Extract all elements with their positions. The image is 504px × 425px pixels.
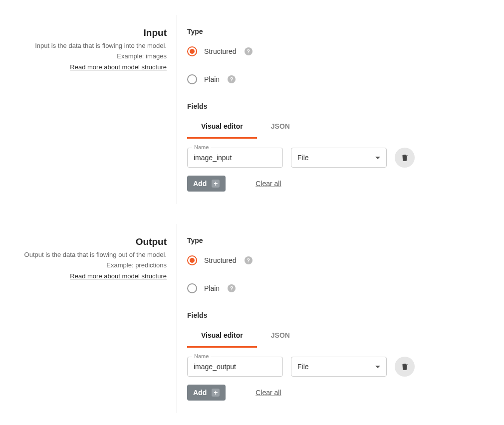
tab-json[interactable]: JSON (257, 115, 304, 139)
tab-visual-editor[interactable]: Visual editor (187, 115, 257, 139)
input-radio-plain[interactable]: Plain ? (187, 74, 494, 84)
radio-icon (187, 46, 197, 56)
input-tabs: Visual editor JSON (187, 115, 494, 139)
trash-icon (400, 153, 409, 162)
clear-all-link[interactable]: Clear all (255, 180, 281, 188)
input-description: Input is the data that is flowing into t… (10, 41, 167, 51)
plus-icon: + (212, 389, 220, 397)
input-type-select[interactable]: File (291, 148, 387, 168)
delete-field-button[interactable] (395, 148, 415, 168)
tab-visual-editor[interactable]: Visual editor (187, 324, 257, 348)
add-field-button[interactable]: Add + (187, 385, 226, 401)
trash-icon (400, 362, 409, 371)
radio-label-plain: Plain (204, 75, 220, 83)
output-fields-label: Fields (187, 311, 494, 319)
radio-icon (187, 74, 197, 84)
output-readmore-link[interactable]: Read more about model structure (70, 272, 167, 280)
input-action-row: Add + Clear all (187, 176, 494, 192)
input-type-value: File (297, 154, 309, 162)
input-radio-structured[interactable]: Structured ? (187, 46, 494, 56)
input-name-field[interactable] (187, 148, 283, 168)
output-example: Example: predictions (10, 261, 167, 270)
input-readmore-link[interactable]: Read more about model structure (70, 63, 167, 71)
add-label: Add (193, 389, 207, 397)
output-radio-plain[interactable]: Plain ? (187, 283, 494, 293)
output-type-select[interactable]: File (291, 357, 387, 377)
output-action-row: Add + Clear all (187, 385, 494, 401)
output-name-field-wrap: Name (187, 357, 283, 377)
radio-icon (187, 255, 197, 265)
input-sidebar: Input Input is the data that is flowing … (10, 15, 177, 204)
help-icon[interactable]: ? (228, 284, 236, 292)
input-form: Type Structured ? Plain ? Fields Visual … (177, 15, 494, 204)
output-sidebar: Output Output is the data that is flowin… (10, 224, 177, 413)
input-type-label: Type (187, 27, 494, 35)
output-description: Output is the data that is flowing out o… (10, 250, 167, 260)
output-type-label: Type (187, 236, 494, 244)
help-icon[interactable]: ? (245, 47, 252, 55)
radio-label-plain: Plain (204, 284, 220, 292)
input-field-row: Name File (187, 148, 494, 168)
delete-field-button[interactable] (395, 357, 415, 377)
help-icon[interactable]: ? (228, 75, 236, 83)
tab-json[interactable]: JSON (257, 324, 304, 348)
output-form: Type Structured ? Plain ? Fields Visual … (177, 224, 494, 413)
output-name-field[interactable] (187, 357, 283, 377)
input-name-label: Name (192, 144, 211, 150)
input-example: Example: images (10, 52, 167, 61)
input-section: Input Input is the data that is flowing … (10, 15, 494, 204)
output-type-value: File (297, 363, 309, 371)
help-icon[interactable]: ? (245, 256, 252, 264)
add-field-button[interactable]: Add + (187, 176, 226, 192)
output-section: Output Output is the data that is flowin… (10, 224, 494, 413)
output-field-row: Name File (187, 357, 494, 377)
radio-label-structured: Structured (204, 256, 237, 264)
add-label: Add (193, 180, 207, 188)
output-name-label: Name (192, 353, 211, 359)
output-tabs: Visual editor JSON (187, 324, 494, 348)
radio-label-structured: Structured (204, 47, 237, 55)
input-name-field-wrap: Name (187, 148, 283, 168)
output-radio-structured[interactable]: Structured ? (187, 255, 494, 265)
input-fields-label: Fields (187, 102, 494, 110)
chevron-down-icon (375, 366, 380, 368)
chevron-down-icon (375, 157, 380, 159)
clear-all-link[interactable]: Clear all (255, 389, 281, 397)
radio-icon (187, 283, 197, 293)
plus-icon: + (212, 180, 220, 188)
input-title: Input (10, 27, 167, 38)
output-title: Output (10, 236, 167, 247)
